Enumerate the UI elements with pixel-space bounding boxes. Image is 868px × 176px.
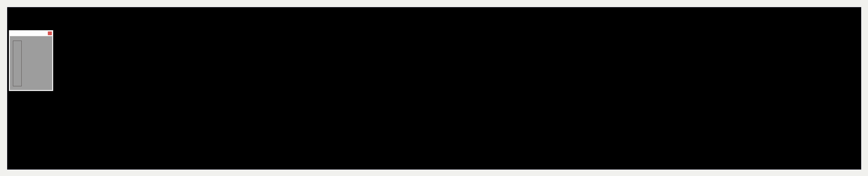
legend-titlebar[interactable] [9, 30, 53, 36]
legend-body [10, 36, 52, 90]
legend-colorbar [13, 41, 22, 86]
illuminance-plot[interactable] [7, 7, 861, 170]
close-icon[interactable] [48, 31, 52, 35]
heatmap-canvas[interactable] [7, 7, 861, 169]
ruler-top [0, 0, 868, 7]
legend-window[interactable] [9, 30, 53, 91]
ruler-bottom [0, 170, 868, 176]
ruler-right [862, 0, 868, 176]
ruler-left [0, 0, 7, 176]
viewport [0, 0, 868, 176]
